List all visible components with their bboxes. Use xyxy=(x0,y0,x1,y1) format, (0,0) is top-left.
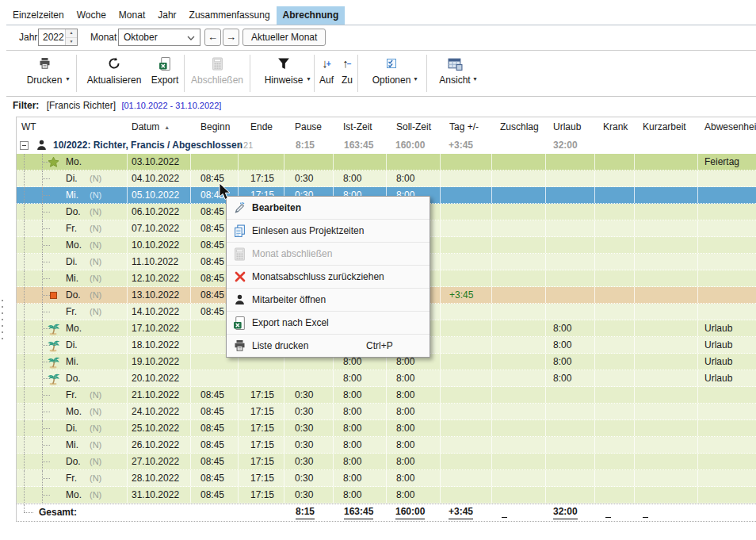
abw-cell xyxy=(698,287,756,303)
wt-cell: Fr.(N) xyxy=(17,470,128,486)
column-header-zuschlag[interactable]: Zuschlag xyxy=(492,117,546,136)
tab-jahr[interactable]: Jahr xyxy=(151,6,182,25)
abw-cell xyxy=(698,237,756,253)
abw-cell xyxy=(698,487,756,503)
context-menu: Bearbeiten Einlesen aus Projektzeiten Mo… xyxy=(226,196,430,358)
tag-cell xyxy=(441,237,492,253)
toolbar-separator xyxy=(184,55,185,92)
day-name: Do. xyxy=(66,454,81,469)
year-spinner[interactable]: 2022 ▲▼ xyxy=(38,29,78,46)
tab-woche[interactable]: Woche xyxy=(71,6,113,25)
hinweise-button[interactable]: Hinweise ▼ xyxy=(254,53,314,93)
zu-button[interactable]: ↑− Zu xyxy=(338,53,356,93)
group-row[interactable]: 10/2022: Richter, Francis / Abgeschlosse… xyxy=(17,136,756,154)
column-header-ende[interactable]: Ende xyxy=(239,117,284,136)
abw-cell: Urlaub xyxy=(698,370,756,386)
menu-item-bearbeiten[interactable]: Bearbeiten xyxy=(227,197,430,219)
column-header-datum[interactable]: Datum▲ xyxy=(128,117,191,136)
wt-cell: Di.(N) xyxy=(17,254,128,270)
urlaub-cell xyxy=(546,170,595,186)
column-header-urlaub[interactable]: Urlaub xyxy=(546,117,595,136)
optionen-button[interactable]: Optionen ▼ xyxy=(362,53,421,93)
column-header-tag[interactable]: Tag +/- xyxy=(441,117,492,136)
menu-item-monatsabschluss-zur-ckziehen[interactable]: Monatsabschluss zurückziehen xyxy=(227,265,430,288)
krank-cell xyxy=(595,387,635,403)
ansicht-button[interactable]: Ansicht ▼ xyxy=(430,53,480,93)
table-row[interactable]: Di.(N)04.10.202208:4517:150:308:008:00 xyxy=(17,170,756,187)
aktualisieren-button[interactable]: Aktualisieren xyxy=(82,53,146,93)
column-header-wt[interactable]: WT xyxy=(17,117,128,136)
table-row[interactable]: Mo.(N)31.10.202208:4517:150:308:008:00 xyxy=(17,487,756,504)
table-row[interactable]: Mo.(N)24.10.202208:4517:150:308:008:00 xyxy=(17,404,756,420)
zuschlag-cell xyxy=(492,220,546,236)
abw-cell xyxy=(698,454,756,469)
kurzarbeit-cell xyxy=(635,420,698,436)
table-row[interactable]: Fr.(N)21.10.202208:4517:150:308:008:00 xyxy=(17,387,756,404)
shift-flag: (N) xyxy=(90,287,101,303)
zuschlag-cell xyxy=(492,187,546,203)
month-select[interactable]: Oktober xyxy=(118,29,200,46)
period-controls: Jahr 2022 ▲▼ Monat Oktober ← → Aktueller… xyxy=(6,25,756,51)
table-row[interactable]: Fr.(N)28.10.202208:4517:150:308:008:00 xyxy=(17,470,756,487)
column-header-ist[interactable]: Ist-Zeit xyxy=(334,117,387,136)
collapse-expander-icon[interactable] xyxy=(20,141,29,150)
datum-cell: 03.10.2022 xyxy=(128,154,191,170)
kurzarbeit-cell xyxy=(635,370,698,386)
auf-button[interactable]: ↓+ Auf xyxy=(316,53,337,93)
wt-cell: Di.(N) xyxy=(17,420,128,436)
soll-cell: 8:00 xyxy=(387,487,441,503)
table-row[interactable]: Mi.(N)26.10.202208:4517:150:308:008:00 xyxy=(17,437,756,454)
next-month-button[interactable]: → xyxy=(223,29,239,46)
pause-cell: 0:30 xyxy=(284,420,334,436)
chevron-down-icon[interactable]: ▼ xyxy=(472,76,478,82)
beginn-cell: 08:45 xyxy=(191,404,239,419)
urlaub-cell: 8:00 xyxy=(546,320,595,336)
menu-item-einlesen-aus-projektzeiten[interactable]: Einlesen aus Projektzeiten xyxy=(227,219,430,242)
menu-item-export-nach-excel[interactable]: Export nach Excel xyxy=(227,311,430,334)
column-header-soll[interactable]: Soll-Zeit xyxy=(387,117,441,136)
group-tag-total: +3:45 xyxy=(449,136,473,154)
table-row[interactable]: Do.(N)27.10.202208:4517:150:308:008:00 xyxy=(17,454,756,470)
menu-item-mitarbeiter-ffnen[interactable]: Mitarbeiter öffnen xyxy=(227,288,430,311)
column-header-kurzarbeit[interactable]: Kurzarbeit xyxy=(635,117,698,136)
table-view-icon xyxy=(430,53,480,74)
spin-down-icon[interactable]: ▼ xyxy=(66,38,77,46)
zuschlag-cell xyxy=(492,170,546,186)
chevron-down-icon[interactable]: ▼ xyxy=(65,76,71,82)
tab-abrechnung[interactable]: Abrechnung xyxy=(277,6,346,25)
current-month-button[interactable]: Aktueller Monat xyxy=(242,29,326,46)
tab-monat[interactable]: Monat xyxy=(113,6,151,25)
export-button[interactable]: Export xyxy=(149,53,181,93)
chevron-down-icon[interactable]: ▼ xyxy=(413,76,418,82)
soll-cell xyxy=(387,154,441,170)
kurzarbeit-cell xyxy=(635,170,698,186)
abw-cell xyxy=(698,404,756,419)
red-x-icon xyxy=(233,270,246,283)
krank-cell xyxy=(595,337,635,353)
column-header-krank[interactable]: Krank xyxy=(595,117,635,136)
table-row[interactable]: Mo.03.10.2022Feiertag xyxy=(17,154,756,170)
urlaub-cell xyxy=(546,470,595,486)
krank-cell xyxy=(595,304,635,320)
table-row[interactable]: Do.20.10.20228:008:008:00Urlaub xyxy=(17,370,756,387)
column-header-pause[interactable]: Pause xyxy=(284,117,334,136)
pane-splitter-handle[interactable] xyxy=(2,300,3,344)
spin-up-icon[interactable]: ▲ xyxy=(66,29,77,38)
tab-einzelzeiten[interactable]: Einzelzeiten xyxy=(6,6,71,25)
kurzarbeit-cell xyxy=(635,487,698,503)
wt-cell: Di. xyxy=(17,337,128,353)
ende-cell: 17:15 xyxy=(239,387,284,403)
table-row[interactable]: Di.(N)25.10.202208:4517:150:308:008:00 xyxy=(17,420,756,437)
year-spinner-arrows[interactable]: ▲▼ xyxy=(65,29,77,45)
tab-zusammenfassung[interactable]: Zusammenfassung xyxy=(183,6,277,25)
urlaub-cell xyxy=(546,220,595,236)
chevron-down-icon[interactable]: ▼ xyxy=(306,76,311,82)
tag-cell xyxy=(441,337,492,353)
ende-cell: 17:15 xyxy=(239,437,284,453)
drucken-button[interactable]: Drucken ▼ xyxy=(16,53,73,93)
prev-month-button[interactable]: ← xyxy=(204,29,221,46)
calculator-icon xyxy=(189,53,245,74)
menu-item-liste-drucken[interactable]: Liste drucken Ctrl+P xyxy=(227,334,430,357)
column-header-beginn[interactable]: Beginn xyxy=(191,117,239,136)
column-header-abw[interactable]: Abwesenheit xyxy=(698,117,756,136)
